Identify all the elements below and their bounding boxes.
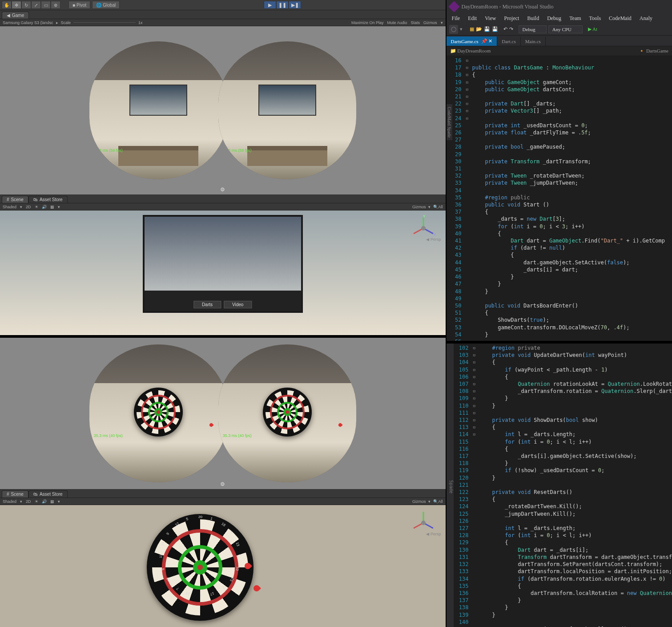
rect-tool[interactable]: ▭ <box>41 1 51 9</box>
persp-label[interactable]: ◀ Persp <box>426 532 441 536</box>
device-dropdown[interactable]: Samsung Galaxy S3 (landsc <box>3 20 53 25</box>
svg-text:z: z <box>434 232 436 236</box>
rotate-tool[interactable]: ↻ <box>21 1 31 9</box>
menu-tools[interactable]: Tools <box>586 14 605 23</box>
code-editor-2[interactable]: Spade 102 103 104 105 106 107 108 109 11… <box>447 341 672 627</box>
dart-red[interactable] <box>252 584 261 593</box>
tab-main[interactable]: Main.cs <box>521 37 546 46</box>
menu-view[interactable]: View <box>481 14 499 23</box>
redo-icon[interactable]: ↷ <box>509 26 513 32</box>
dartboard-object[interactable]: 2011841361015217319716811149125 <box>147 514 254 621</box>
gear-icon[interactable]: ⚙ <box>220 481 225 487</box>
search-field[interactable]: 🔍All <box>433 205 443 209</box>
new-file-icon[interactable]: ▦ <box>470 26 474 32</box>
save-icon[interactable]: 💾 <box>484 26 490 32</box>
menu-codemaid[interactable]: CodeMaid <box>605 14 635 23</box>
window-title: DayDreamRoom - Microsoft Visual Studio <box>462 4 554 10</box>
persp-label[interactable]: ◀ Persp <box>426 237 441 242</box>
code-editor-1[interactable]: CodeMaid Spade 16 17 18 19 20 21 22 23 2… <box>447 56 672 341</box>
menu-edit[interactable]: Edit <box>464 14 480 23</box>
scale-tool[interactable]: ⤢ <box>31 1 41 9</box>
scale-label: Scale <box>61 20 71 25</box>
codemaid-spade-panel[interactable]: CodeMaid Spade <box>447 104 452 140</box>
svg-text:y: y <box>423 215 425 218</box>
pivot-toggle[interactable]: ■ Pivot <box>68 1 90 9</box>
menu-debug[interactable]: Debug <box>543 14 565 23</box>
scene-viewport-2[interactable]: 2011841361015217319716811149125 ◀ Persp <box>0 505 446 627</box>
menu-project[interactable]: Project <box>500 14 523 23</box>
right-eye-view-darts: 35.3 ms (40 fps) <box>218 344 356 482</box>
tab-game[interactable]: ◀ Game <box>2 12 29 19</box>
project-crumb[interactable]: 📁 DayDreamRoom <box>450 48 491 54</box>
2d-toggle[interactable]: 2D <box>26 205 31 209</box>
transform-tool[interactable]: ⊕ <box>51 1 60 9</box>
tab-scene[interactable]: # Scene <box>2 490 28 498</box>
table-icon <box>118 146 198 166</box>
scale-value: 1x <box>138 20 143 25</box>
darts-mode-button[interactable]: Darts <box>193 301 221 308</box>
open-icon[interactable]: 📂 <box>476 26 482 32</box>
dart-icon <box>209 422 213 427</box>
mute-toggle[interactable]: Mute Audio <box>387 20 407 25</box>
dartboard-icon <box>134 388 183 437</box>
spade-side-2[interactable]: Spade <box>447 344 454 627</box>
shading-dropdown[interactable]: Shaded <box>3 499 16 504</box>
nav-back-button[interactable]: ◯ <box>449 25 458 34</box>
svg-point-10 <box>421 521 426 525</box>
game-viewport-1[interactable]: 17.3 ms (58 fps) 17.3 ms (58 fps) ⚙ <box>0 26 446 194</box>
menu-build[interactable]: Build <box>523 14 543 23</box>
gear-icon[interactable]: ⚙ <box>220 186 225 193</box>
video-mode-button[interactable]: Video <box>224 301 252 308</box>
unity-toolbar: ✋ ✥ ↻ ⤢ ▭ ⊕ ■ Pivot 🌐 Global ▶ ❚❚ ▶❚ <box>0 0 446 10</box>
tab-asset-store[interactable]: 🛍 Asset Store <box>28 196 68 203</box>
tv-screen-icon <box>129 85 187 116</box>
scene-viewport-1[interactable]: Darts Video yzx ◀ Persp <box>0 210 446 335</box>
right-eye-view: 17.3 ms (58 fps) <box>218 41 356 179</box>
undo-icon[interactable]: ↶ <box>503 26 507 32</box>
stats-toggle[interactable]: Stats <box>410 20 420 25</box>
audio-toggle[interactable]: 🔊 <box>42 205 47 209</box>
2d-toggle[interactable]: 2D <box>26 499 31 504</box>
tab-asset-store[interactable]: 🛍 Asset Store <box>28 490 68 498</box>
tv-object[interactable]: Darts Video <box>143 215 303 313</box>
step-button[interactable]: ▶❚ <box>289 1 301 9</box>
config-dropdown[interactable]: Debug <box>519 25 547 33</box>
platform-dropdown[interactable]: Any CPU <box>548 25 583 33</box>
vs-titlebar: DayDreamRoom - Microsoft Visual Studio <box>447 0 672 13</box>
menu-analy[interactable]: Analy <box>636 14 656 23</box>
hand-tool[interactable]: ✋ <box>2 1 12 9</box>
fps-stats: 17.3 ms (58 fps) <box>94 148 123 153</box>
menu-file[interactable]: File <box>448 14 464 23</box>
shading-dropdown[interactable]: Shaded <box>3 205 16 209</box>
tab-dartsgame[interactable]: DartsGame.cs 📌 ✕ <box>447 36 498 46</box>
save-all-icon[interactable]: 💾 <box>492 26 498 32</box>
global-toggle[interactable]: 🌐 Global <box>92 1 120 9</box>
vs-toolbar: ◯▾ ▦ 📂 💾 💾 ↶ ↷ Debug Any CPU ▶ At <box>447 23 672 36</box>
game-viewport-2[interactable]: 35.3 ms (40 fps) 35.3 ms (40 fps) ⚙ <box>0 338 446 489</box>
left-eye-view-darts: 35.3 ms (40 fps) <box>89 344 227 482</box>
pause-button[interactable]: ❚❚ <box>276 1 289 9</box>
tab-scene[interactable]: # Scene <box>2 196 28 203</box>
gizmos-toggle[interactable]: Gizmos <box>423 20 437 25</box>
start-button[interactable]: ▶ At <box>588 26 597 32</box>
play-button[interactable]: ▶ <box>264 1 276 9</box>
class-crumb[interactable]: 🔸 DartsGame <box>639 48 668 54</box>
menu-team[interactable]: Team <box>566 14 584 23</box>
gizmos-dropdown[interactable]: Gizmos <box>412 205 426 209</box>
svg-text:x: x <box>411 232 413 236</box>
light-toggle[interactable]: ☀ <box>35 205 38 209</box>
vs-logo-icon <box>448 1 459 12</box>
vs-menu: FileEditViewProjectBuildDebugTeamToolsCo… <box>447 13 672 23</box>
tab-dart[interactable]: Dart.cs <box>497 37 520 46</box>
fx-toggle[interactable]: ▦ <box>50 205 54 209</box>
left-eye-view: 17.3 ms (58 fps) <box>89 41 227 179</box>
maximize-toggle[interactable]: Maximize On Play <box>351 20 384 25</box>
svg-point-3 <box>421 226 426 231</box>
move-tool[interactable]: ✥ <box>12 1 21 9</box>
